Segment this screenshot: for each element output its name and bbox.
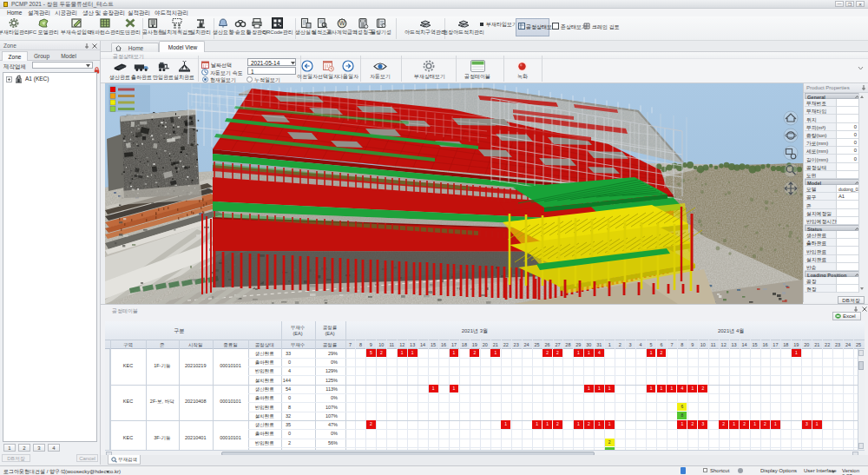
- svg-text:W: W: [339, 20, 345, 26]
